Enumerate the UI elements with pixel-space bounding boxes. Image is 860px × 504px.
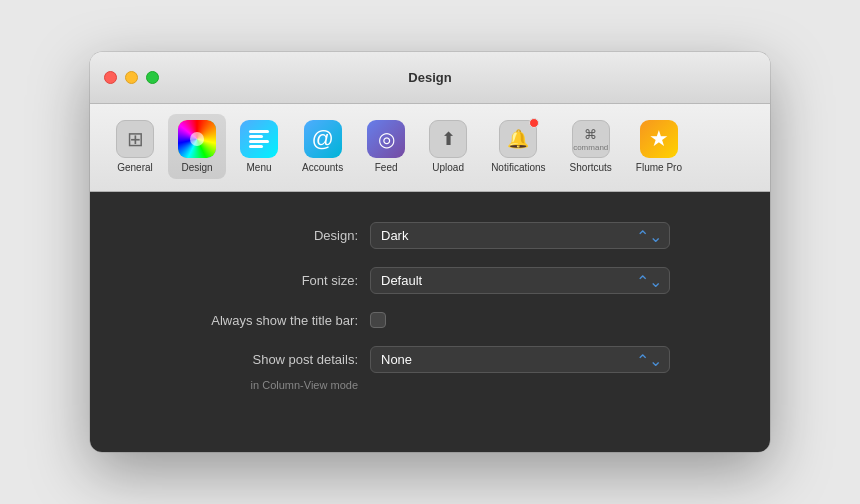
design-icon (178, 120, 216, 158)
minimize-button[interactable] (125, 71, 138, 84)
maximize-button[interactable] (146, 71, 159, 84)
window-title: Design (408, 70, 451, 85)
content-area: Design: Dark Light System ⌃⌄ Font size: … (90, 192, 770, 452)
app-window: Design ⊞ General Design (90, 52, 770, 452)
post-details-sub-label: in Column-View mode (150, 379, 370, 391)
toolbar-label-design: Design (181, 162, 212, 173)
feed-icon: ◎ (367, 120, 405, 158)
title-bar-checkbox-wrapper (370, 312, 386, 328)
post-details-label: Show post details: (150, 352, 370, 367)
toolbar-item-design[interactable]: Design (168, 114, 226, 179)
title-bar-label: Always show the title bar: (150, 313, 370, 328)
shortcuts-icon: ⌘ command (572, 120, 610, 158)
toolbar-label-flumepro: Flume Pro (636, 162, 682, 173)
font-size-select[interactable]: Default Small Large (370, 267, 670, 294)
toolbar: ⊞ General Design Menu (90, 104, 770, 192)
design-field-label: Design: (150, 228, 370, 243)
accounts-icon: @ (304, 120, 342, 158)
toolbar-item-flumepro[interactable]: ★ Flume Pro (626, 114, 692, 179)
notifications-icon: 🔔 (499, 120, 537, 158)
font-size-select-wrapper: Default Small Large ⌃⌄ (370, 267, 670, 294)
post-details-row: Show post details: None Likes Comments A… (150, 346, 710, 373)
font-size-label: Font size: (150, 273, 370, 288)
font-size-row: Font size: Default Small Large ⌃⌄ (150, 267, 710, 294)
close-button[interactable] (104, 71, 117, 84)
toolbar-label-menu: Menu (246, 162, 271, 173)
toolbar-item-notifications[interactable]: 🔔 Notifications (481, 114, 555, 179)
upload-icon: ⬆ (429, 120, 467, 158)
toolbar-item-menu[interactable]: Menu (230, 114, 288, 179)
titlebar: Design (90, 52, 770, 104)
post-details-sub-row: in Column-View mode (150, 379, 710, 391)
design-select[interactable]: Dark Light System (370, 222, 670, 249)
notification-badge (529, 118, 539, 128)
title-bar-checkbox[interactable] (370, 312, 386, 328)
title-bar-row: Always show the title bar: (150, 312, 710, 328)
post-details-select[interactable]: None Likes Comments All (370, 346, 670, 373)
toolbar-label-upload: Upload (432, 162, 464, 173)
general-icon: ⊞ (116, 120, 154, 158)
toolbar-label-accounts: Accounts (302, 162, 343, 173)
toolbar-label-shortcuts: Shortcuts (570, 162, 612, 173)
toolbar-item-accounts[interactable]: @ Accounts (292, 114, 353, 179)
toolbar-item-general[interactable]: ⊞ General (106, 114, 164, 179)
color-wheel (178, 120, 216, 158)
toolbar-item-upload[interactable]: ⬆ Upload (419, 114, 477, 179)
toolbar-label-feed: Feed (375, 162, 398, 173)
toolbar-item-feed[interactable]: ◎ Feed (357, 114, 415, 179)
design-select-wrapper: Dark Light System ⌃⌄ (370, 222, 670, 249)
menu-icon (240, 120, 278, 158)
toolbar-label-notifications: Notifications (491, 162, 545, 173)
window-controls (104, 71, 159, 84)
toolbar-item-shortcuts[interactable]: ⌘ command Shortcuts (560, 114, 622, 179)
design-row: Design: Dark Light System ⌃⌄ (150, 222, 710, 249)
post-details-select-wrapper: None Likes Comments All ⌃⌄ (370, 346, 670, 373)
toolbar-label-general: General (117, 162, 153, 173)
flumepro-icon: ★ (640, 120, 678, 158)
